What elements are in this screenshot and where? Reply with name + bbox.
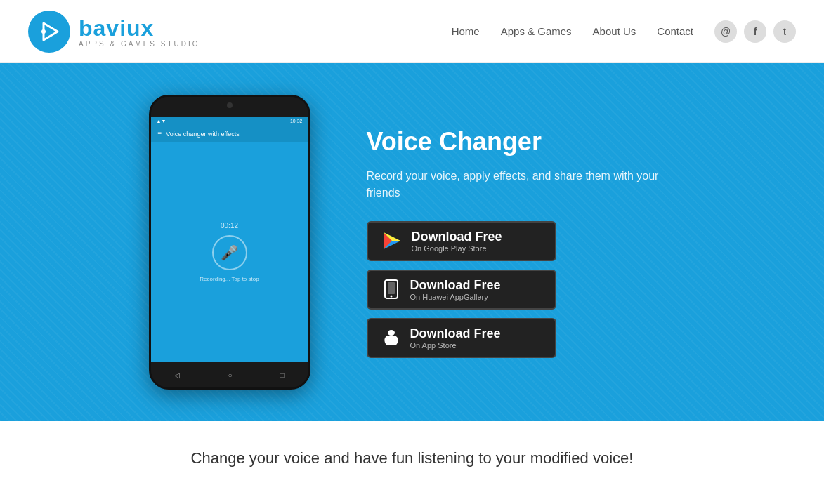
google-play-button[interactable]: Download Free On Google Play Store <box>367 221 556 261</box>
play-text: Download Free On Google Play Store <box>412 230 502 253</box>
hero-section: ▲▼ 10:32 ≡ Voice changer with effects 00… <box>0 63 824 421</box>
nav-home[interactable]: Home <box>452 25 480 37</box>
mic-icon: 🎤 <box>221 244 238 261</box>
phone-back-btn: ◁ <box>174 371 180 379</box>
phone-status-bar: ▲▼ 10:32 <box>151 117 308 126</box>
hero-description: Record your voice, apply effects, and sh… <box>367 168 676 201</box>
app-store-button[interactable]: Download Free On App Store <box>367 318 556 358</box>
twitter-icon[interactable]: t <box>773 20 796 43</box>
hero-title: Voice Changer <box>367 127 676 157</box>
hero-content: Voice Changer Record your voice, apply e… <box>367 127 676 358</box>
tagline-text: Change your voice and have fun listening… <box>14 449 810 467</box>
mic-circle: 🎤 <box>212 235 247 270</box>
logo-name: baviux <box>79 15 200 41</box>
logo-subtitle: APPS & GAMES STUDIO <box>79 40 200 48</box>
tagline-section: Change your voice and have fun listening… <box>0 421 824 496</box>
apple-icon <box>382 328 400 347</box>
logo-area: baviux APPS & GAMES STUDIO <box>28 11 200 53</box>
phone-screen: ▲▼ 10:32 ≡ Voice changer with effects 00… <box>151 117 308 362</box>
phone-signal: ▲▼ <box>157 119 166 124</box>
nav-about[interactable]: About Us <box>593 25 636 37</box>
logo-icon <box>28 11 70 53</box>
phone-timer: 00:12 <box>221 222 238 230</box>
download-buttons: Download Free On Google Play Store Downl… <box>367 221 676 358</box>
appstore-main-text: Download Free <box>410 326 501 341</box>
phone-app-header: ≡ Voice changer with effects <box>151 126 308 142</box>
huawei-sub-text: On Huawei AppGallery <box>410 293 501 301</box>
play-main-text: Download Free <box>412 230 502 244</box>
email-icon[interactable]: @ <box>714 20 737 43</box>
huawei-button[interactable]: Download Free On Huawei AppGallery <box>367 270 556 310</box>
nav-area: Home Apps & Games About Us Contact @ f t <box>452 20 796 43</box>
header: baviux APPS & GAMES STUDIO Home Apps & G… <box>0 0 824 63</box>
play-sub-text: On Google Play Store <box>412 244 502 253</box>
phone-app-title: Voice changer with effects <box>166 131 239 138</box>
facebook-icon[interactable]: f <box>744 20 766 43</box>
appstore-sub-text: On App Store <box>410 341 501 350</box>
appstore-text: Download Free On App Store <box>410 326 501 350</box>
svg-point-0 <box>28 11 70 53</box>
phone-time: 10:32 <box>290 119 303 124</box>
phone-camera <box>227 102 233 108</box>
logo-text: baviux APPS & GAMES STUDIO <box>79 15 200 48</box>
svg-rect-8 <box>388 282 395 294</box>
phone-home-btn: ○ <box>228 371 232 379</box>
phone-bottom-bar: ◁ ○ □ <box>151 362 308 387</box>
social-icons: @ f t <box>714 20 796 43</box>
svg-point-9 <box>390 296 392 298</box>
nav-apps-games[interactable]: Apps & Games <box>501 25 572 37</box>
phone-icon <box>382 279 400 299</box>
huawei-text: Download Free On Huawei AppGallery <box>410 278 501 301</box>
phone-mockup: ▲▼ 10:32 ≡ Voice changer with effects 00… <box>149 95 310 390</box>
phone-content: 00:12 🎤 Recording... Tap to stop <box>151 142 308 362</box>
huawei-main-text: Download Free <box>410 278 501 293</box>
hamburger-icon: ≡ <box>158 130 162 138</box>
nav-contact[interactable]: Contact <box>657 25 693 37</box>
phone-top-bar <box>151 97 308 117</box>
phone-square-btn: □ <box>280 371 284 379</box>
play-store-icon <box>382 231 402 251</box>
phone-recording-text: Recording... Tap to stop <box>200 276 259 282</box>
svg-point-2 <box>41 29 46 34</box>
